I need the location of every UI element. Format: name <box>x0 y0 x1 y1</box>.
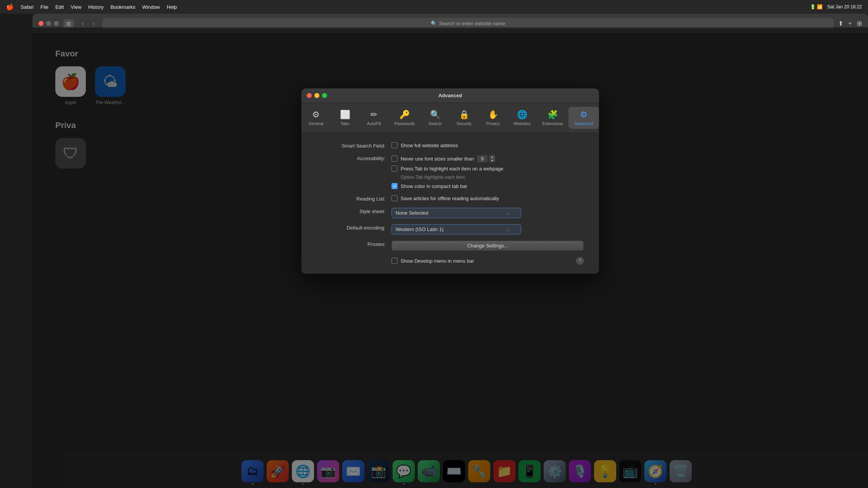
toolbar-actions: ⬆ ＋ ⊞ <box>838 19 862 27</box>
menubar-window[interactable]: Window <box>142 4 160 10</box>
encoding-row: Default encoding: Western (ISO Latin 1) … <box>317 224 584 234</box>
encoding-arrow: ⌄ <box>506 227 510 232</box>
smart-search-label: Smart Search Field: <box>317 142 385 149</box>
proxies-controls: Change Settings... <box>391 241 584 251</box>
font-size-decrement[interactable]: ▼ <box>489 159 495 162</box>
prefs-toolbar: ⚙ General ⬜ Tabs ✏ AutoFill 🔑 Passwords … <box>301 103 599 133</box>
address-placeholder: Search or enter website name <box>439 21 505 26</box>
option-tab-hint: Option-Tab highlights each item. <box>391 175 584 180</box>
privacy-icon: ✋ <box>488 110 498 120</box>
menubar-history[interactable]: History <box>88 4 103 10</box>
passwords-icon: 🔑 <box>399 110 410 120</box>
tab-websites-label: Websites <box>514 121 531 126</box>
encoding-label: Default encoding: <box>317 224 385 231</box>
menubar-bookmarks[interactable]: Bookmarks <box>111 4 135 10</box>
tabs-icon[interactable]: ⊞ <box>857 20 862 27</box>
show-color-checkbox[interactable] <box>391 183 398 189</box>
tab-tabs[interactable]: ⬜ Tabs <box>330 107 359 129</box>
tab-search[interactable]: 🔍 Search <box>420 107 449 129</box>
smart-search-row: Smart Search Field: Show full website ad… <box>317 142 584 149</box>
dialog-close-button[interactable] <box>307 93 312 98</box>
menubar-help[interactable]: Help <box>167 4 177 10</box>
security-icon: 🔒 <box>459 110 469 120</box>
show-full-address-row: Show full website address <box>391 142 584 148</box>
tab-general-label: General <box>308 121 323 126</box>
tab-autofill-label: AutoFill <box>367 121 381 126</box>
tab-passwords[interactable]: 🔑 Passwords <box>388 107 420 129</box>
menubar-time: Sat Jan 20 16:22 <box>827 4 862 10</box>
develop-menu-text: Show Develop menu in menu bar <box>401 258 474 264</box>
back-button[interactable]: ‹ <box>79 20 87 27</box>
menubar-right: 🔋 📶 Sat Jan 20 16:22 <box>810 4 862 10</box>
press-tab-row: Press Tab to highlight each item on a we… <box>391 165 584 172</box>
develop-menu-checkbox[interactable] <box>391 258 398 264</box>
dialog-traffic-lights <box>307 93 327 98</box>
menubar-file[interactable]: File <box>40 4 48 10</box>
style-sheet-select[interactable]: None Selected ⌄ <box>391 208 521 218</box>
tabs-icon: ⬜ <box>340 110 350 120</box>
sidebar-toggle-button[interactable]: ⊟ <box>63 19 74 28</box>
show-full-address-checkbox[interactable] <box>391 142 398 148</box>
save-offline-checkbox[interactable] <box>391 195 398 201</box>
press-tab-checkbox[interactable] <box>391 165 398 172</box>
dialog-title: Advanced <box>438 93 462 98</box>
new-tab-icon[interactable]: ＋ <box>847 19 853 27</box>
browser-traffic-lights <box>39 21 59 26</box>
share-icon[interactable]: ⬆ <box>838 20 843 27</box>
desktop-left <box>0 14 32 488</box>
menubar-icons: 🔋 📶 <box>810 4 823 10</box>
browser-close-button[interactable] <box>39 21 43 26</box>
menubar-view[interactable]: View <box>71 4 81 10</box>
style-sheet-label: Style sheet: <box>317 208 385 214</box>
menubar-left: 🍎 Safari File Edit View History Bookmark… <box>6 3 177 11</box>
never-font-row: Never use font sizes smaller than 9 ▲ ▼ <box>391 155 584 162</box>
menubar-safari[interactable]: Safari <box>21 4 34 10</box>
tab-search-label: Search <box>428 121 442 126</box>
tab-extensions[interactable]: 🧩 Extensions <box>536 107 568 129</box>
help-button[interactable]: ? <box>576 257 584 265</box>
accessibility-label: Accessibility: <box>317 155 385 161</box>
extensions-icon: 🧩 <box>548 110 558 120</box>
bottom-row: Show Develop menu in menu bar ? <box>317 257 584 265</box>
browser-maximize-button[interactable] <box>54 21 59 26</box>
font-size-increment[interactable]: ▲ <box>489 155 495 159</box>
never-font-checkbox[interactable] <box>391 156 398 162</box>
change-settings-button[interactable]: Change Settings... <box>391 241 584 251</box>
preferences-dialog: Advanced ⚙ General ⬜ Tabs ✏ AutoFill 🔑 <box>301 88 599 274</box>
press-tab-text: Press Tab to highlight each item on a we… <box>401 166 503 172</box>
accessibility-row: Accessibility: Never use font sizes smal… <box>317 155 584 189</box>
show-color-row: Show color in compact tab bar <box>391 183 584 189</box>
save-offline-text: Save articles for offline reading automa… <box>401 196 499 201</box>
menubar-edit[interactable]: Edit <box>55 4 64 10</box>
search-icon: 🔍 <box>430 110 440 120</box>
dialog-maximize-button[interactable] <box>322 93 327 98</box>
style-sheet-row: Style sheet: None Selected ⌄ <box>317 208 584 218</box>
reading-list-controls: Save articles for offline reading automa… <box>391 195 584 201</box>
forward-button[interactable]: › <box>89 20 98 27</box>
encoding-select[interactable]: Western (ISO Latin 1) ⌄ <box>391 224 521 234</box>
proxies-row: Proxies: Change Settings... <box>317 241 584 251</box>
tab-security[interactable]: 🔒 Security <box>449 107 478 129</box>
apple-menu-icon[interactable]: 🍎 <box>6 3 14 11</box>
dialog-content: Smart Search Field: Show full website ad… <box>301 133 599 274</box>
show-full-address-text: Show full website address <box>401 143 458 148</box>
encoding-value: Western (ISO Latin 1) <box>396 226 443 232</box>
tab-privacy[interactable]: ✋ Privacy <box>478 107 507 129</box>
show-color-text: Show color in compact tab bar <box>401 183 467 189</box>
tab-autofill[interactable]: ✏ AutoFill <box>359 107 388 129</box>
tab-general[interactable]: ⚙ General <box>301 107 330 129</box>
websites-icon: 🌐 <box>517 110 527 120</box>
dialog-minimize-button[interactable] <box>314 93 319 98</box>
browser-window: ⊟ ‹ › 🔍 Search or enter website name ⬆ ＋… <box>32 14 868 488</box>
menubar: 🍎 Safari File Edit View History Bookmark… <box>0 0 868 14</box>
browser-minimize-button[interactable] <box>46 21 51 26</box>
tab-advanced[interactable]: ⚙ Advanced <box>568 107 599 129</box>
tab-privacy-label: Privacy <box>486 121 500 126</box>
never-font-text: Never use font sizes smaller than <box>401 156 474 162</box>
font-size-stepper: 9 ▲ ▼ <box>477 155 495 162</box>
tab-extensions-label: Extensions <box>542 121 563 126</box>
tab-websites[interactable]: 🌐 Websites <box>507 107 536 129</box>
style-sheet-arrow: ⌄ <box>506 210 510 216</box>
proxies-label: Proxies: <box>317 241 385 247</box>
general-icon: ⚙ <box>312 110 320 120</box>
